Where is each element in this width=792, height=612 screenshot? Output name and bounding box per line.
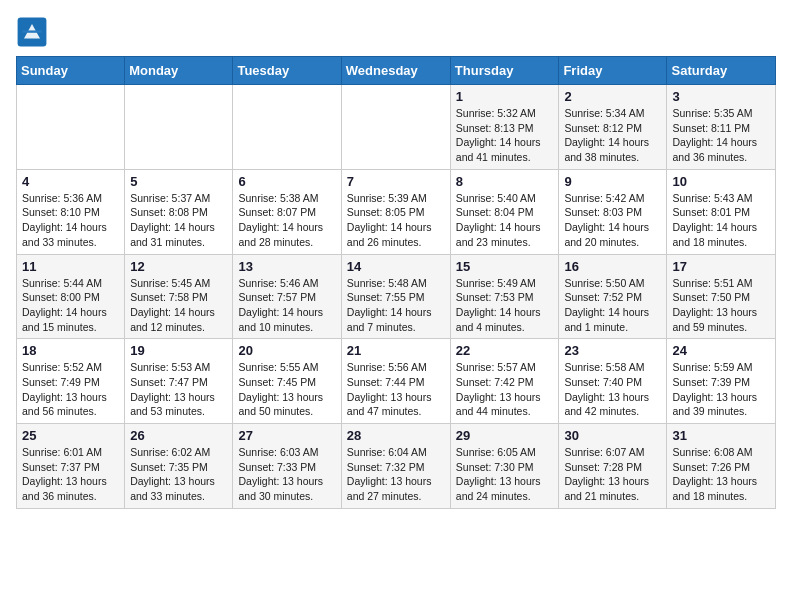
calendar-day-28: 28Sunrise: 6:04 AM Sunset: 7:32 PM Dayli…: [341, 424, 450, 509]
day-info: Sunrise: 5:34 AM Sunset: 8:12 PM Dayligh…: [564, 106, 661, 165]
day-info: Sunrise: 5:49 AM Sunset: 7:53 PM Dayligh…: [456, 276, 554, 335]
day-number: 14: [347, 259, 445, 274]
day-number: 4: [22, 174, 119, 189]
day-number: 28: [347, 428, 445, 443]
day-info: Sunrise: 5:55 AM Sunset: 7:45 PM Dayligh…: [238, 360, 335, 419]
calendar-empty-cell: [17, 85, 125, 170]
day-number: 16: [564, 259, 661, 274]
calendar-day-27: 27Sunrise: 6:03 AM Sunset: 7:33 PM Dayli…: [233, 424, 341, 509]
day-info: Sunrise: 5:36 AM Sunset: 8:10 PM Dayligh…: [22, 191, 119, 250]
calendar-day-12: 12Sunrise: 5:45 AM Sunset: 7:58 PM Dayli…: [125, 254, 233, 339]
calendar-day-31: 31Sunrise: 6:08 AM Sunset: 7:26 PM Dayli…: [667, 424, 776, 509]
logo-icon: [16, 16, 48, 48]
calendar-day-4: 4Sunrise: 5:36 AM Sunset: 8:10 PM Daylig…: [17, 169, 125, 254]
day-header-tuesday: Tuesday: [233, 57, 341, 85]
day-number: 25: [22, 428, 119, 443]
day-number: 22: [456, 343, 554, 358]
day-number: 13: [238, 259, 335, 274]
day-info: Sunrise: 6:01 AM Sunset: 7:37 PM Dayligh…: [22, 445, 119, 504]
calendar-day-7: 7Sunrise: 5:39 AM Sunset: 8:05 PM Daylig…: [341, 169, 450, 254]
day-number: 27: [238, 428, 335, 443]
day-number: 17: [672, 259, 770, 274]
day-info: Sunrise: 5:40 AM Sunset: 8:04 PM Dayligh…: [456, 191, 554, 250]
calendar-table: SundayMondayTuesdayWednesdayThursdayFrid…: [16, 56, 776, 509]
day-number: 11: [22, 259, 119, 274]
day-header-monday: Monday: [125, 57, 233, 85]
calendar-day-6: 6Sunrise: 5:38 AM Sunset: 8:07 PM Daylig…: [233, 169, 341, 254]
day-number: 18: [22, 343, 119, 358]
calendar-day-2: 2Sunrise: 5:34 AM Sunset: 8:12 PM Daylig…: [559, 85, 667, 170]
day-info: Sunrise: 6:07 AM Sunset: 7:28 PM Dayligh…: [564, 445, 661, 504]
calendar-day-21: 21Sunrise: 5:56 AM Sunset: 7:44 PM Dayli…: [341, 339, 450, 424]
svg-rect-2: [22, 30, 41, 32]
day-info: Sunrise: 5:56 AM Sunset: 7:44 PM Dayligh…: [347, 360, 445, 419]
calendar-day-9: 9Sunrise: 5:42 AM Sunset: 8:03 PM Daylig…: [559, 169, 667, 254]
day-info: Sunrise: 5:32 AM Sunset: 8:13 PM Dayligh…: [456, 106, 554, 165]
day-number: 26: [130, 428, 227, 443]
day-info: Sunrise: 5:51 AM Sunset: 7:50 PM Dayligh…: [672, 276, 770, 335]
calendar-empty-cell: [125, 85, 233, 170]
calendar-day-24: 24Sunrise: 5:59 AM Sunset: 7:39 PM Dayli…: [667, 339, 776, 424]
calendar-day-3: 3Sunrise: 5:35 AM Sunset: 8:11 PM Daylig…: [667, 85, 776, 170]
day-number: 5: [130, 174, 227, 189]
calendar-week-row: 4Sunrise: 5:36 AM Sunset: 8:10 PM Daylig…: [17, 169, 776, 254]
calendar-day-10: 10Sunrise: 5:43 AM Sunset: 8:01 PM Dayli…: [667, 169, 776, 254]
calendar-week-row: 11Sunrise: 5:44 AM Sunset: 8:00 PM Dayli…: [17, 254, 776, 339]
day-info: Sunrise: 5:43 AM Sunset: 8:01 PM Dayligh…: [672, 191, 770, 250]
calendar-day-5: 5Sunrise: 5:37 AM Sunset: 8:08 PM Daylig…: [125, 169, 233, 254]
calendar-week-row: 1Sunrise: 5:32 AM Sunset: 8:13 PM Daylig…: [17, 85, 776, 170]
day-number: 31: [672, 428, 770, 443]
day-number: 19: [130, 343, 227, 358]
day-header-saturday: Saturday: [667, 57, 776, 85]
day-number: 3: [672, 89, 770, 104]
day-info: Sunrise: 5:38 AM Sunset: 8:07 PM Dayligh…: [238, 191, 335, 250]
day-info: Sunrise: 5:52 AM Sunset: 7:49 PM Dayligh…: [22, 360, 119, 419]
day-number: 7: [347, 174, 445, 189]
day-number: 15: [456, 259, 554, 274]
calendar-day-14: 14Sunrise: 5:48 AM Sunset: 7:55 PM Dayli…: [341, 254, 450, 339]
calendar-empty-cell: [341, 85, 450, 170]
day-info: Sunrise: 5:59 AM Sunset: 7:39 PM Dayligh…: [672, 360, 770, 419]
day-number: 8: [456, 174, 554, 189]
day-info: Sunrise: 5:48 AM Sunset: 7:55 PM Dayligh…: [347, 276, 445, 335]
day-info: Sunrise: 5:44 AM Sunset: 8:00 PM Dayligh…: [22, 276, 119, 335]
calendar-day-16: 16Sunrise: 5:50 AM Sunset: 7:52 PM Dayli…: [559, 254, 667, 339]
day-header-thursday: Thursday: [450, 57, 559, 85]
day-number: 24: [672, 343, 770, 358]
day-number: 2: [564, 89, 661, 104]
day-number: 10: [672, 174, 770, 189]
calendar-day-18: 18Sunrise: 5:52 AM Sunset: 7:49 PM Dayli…: [17, 339, 125, 424]
calendar-day-22: 22Sunrise: 5:57 AM Sunset: 7:42 PM Dayli…: [450, 339, 559, 424]
day-info: Sunrise: 5:39 AM Sunset: 8:05 PM Dayligh…: [347, 191, 445, 250]
day-number: 20: [238, 343, 335, 358]
day-info: Sunrise: 5:46 AM Sunset: 7:57 PM Dayligh…: [238, 276, 335, 335]
calendar-day-19: 19Sunrise: 5:53 AM Sunset: 7:47 PM Dayli…: [125, 339, 233, 424]
calendar-day-11: 11Sunrise: 5:44 AM Sunset: 8:00 PM Dayli…: [17, 254, 125, 339]
calendar-day-8: 8Sunrise: 5:40 AM Sunset: 8:04 PM Daylig…: [450, 169, 559, 254]
day-info: Sunrise: 5:58 AM Sunset: 7:40 PM Dayligh…: [564, 360, 661, 419]
day-number: 21: [347, 343, 445, 358]
calendar-day-13: 13Sunrise: 5:46 AM Sunset: 7:57 PM Dayli…: [233, 254, 341, 339]
day-number: 9: [564, 174, 661, 189]
logo: [16, 16, 52, 48]
calendar-header-row: SundayMondayTuesdayWednesdayThursdayFrid…: [17, 57, 776, 85]
calendar-week-row: 18Sunrise: 5:52 AM Sunset: 7:49 PM Dayli…: [17, 339, 776, 424]
calendar-day-15: 15Sunrise: 5:49 AM Sunset: 7:53 PM Dayli…: [450, 254, 559, 339]
day-info: Sunrise: 5:37 AM Sunset: 8:08 PM Dayligh…: [130, 191, 227, 250]
calendar-day-23: 23Sunrise: 5:58 AM Sunset: 7:40 PM Dayli…: [559, 339, 667, 424]
calendar-day-26: 26Sunrise: 6:02 AM Sunset: 7:35 PM Dayli…: [125, 424, 233, 509]
day-number: 30: [564, 428, 661, 443]
day-info: Sunrise: 5:50 AM Sunset: 7:52 PM Dayligh…: [564, 276, 661, 335]
calendar-day-17: 17Sunrise: 5:51 AM Sunset: 7:50 PM Dayli…: [667, 254, 776, 339]
day-header-sunday: Sunday: [17, 57, 125, 85]
calendar-day-20: 20Sunrise: 5:55 AM Sunset: 7:45 PM Dayli…: [233, 339, 341, 424]
day-info: Sunrise: 6:02 AM Sunset: 7:35 PM Dayligh…: [130, 445, 227, 504]
day-number: 29: [456, 428, 554, 443]
calendar-day-29: 29Sunrise: 6:05 AM Sunset: 7:30 PM Dayli…: [450, 424, 559, 509]
calendar-empty-cell: [233, 85, 341, 170]
day-info: Sunrise: 6:04 AM Sunset: 7:32 PM Dayligh…: [347, 445, 445, 504]
day-number: 1: [456, 89, 554, 104]
day-header-wednesday: Wednesday: [341, 57, 450, 85]
day-number: 12: [130, 259, 227, 274]
day-info: Sunrise: 5:42 AM Sunset: 8:03 PM Dayligh…: [564, 191, 661, 250]
